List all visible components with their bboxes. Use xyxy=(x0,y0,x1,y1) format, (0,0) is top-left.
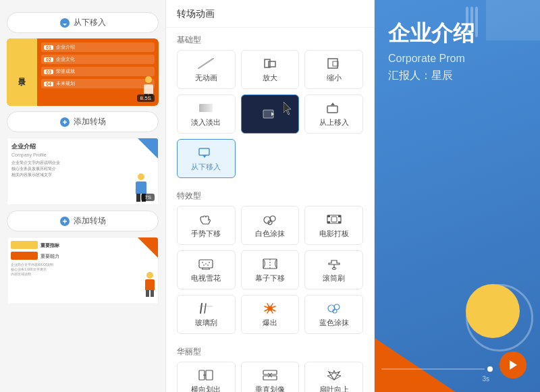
transition-horizontal-label: 横向划出 xyxy=(191,385,221,393)
svg-point-28 xyxy=(207,264,209,266)
svg-rect-15 xyxy=(327,215,330,217)
middle-panel: 转场动画 基础型 无动画 放大 xyxy=(165,0,375,392)
svg-rect-29 xyxy=(263,259,277,269)
diagonal-line-icon xyxy=(196,57,215,70)
transition-fan[interactable]: 扇叶向上 xyxy=(304,362,363,392)
blue-paint-icon xyxy=(325,302,344,315)
special-transitions-grid: 手势下移 白色涂抹 xyxy=(166,206,374,339)
transition-tv-snow-label: 电视雪花 xyxy=(191,273,221,283)
transition-none[interactable]: 无动画 xyxy=(177,50,236,89)
slide3-desc: 企业简介文字内容说明企业核心业务及发展历程简介相关内容展示区域文字 xyxy=(11,160,120,178)
svg-point-25 xyxy=(205,263,207,264)
hand-icon xyxy=(196,213,215,226)
slide2-duration: 8.5S xyxy=(137,94,155,102)
svg-rect-10 xyxy=(199,148,209,155)
preview-author: 汇报人：星辰 xyxy=(388,69,526,83)
transition-active[interactable] xyxy=(241,94,300,134)
svg-point-26 xyxy=(209,262,210,263)
slide3-duration: 7S xyxy=(141,194,155,201)
svg-rect-38 xyxy=(206,370,213,380)
svg-rect-16 xyxy=(327,221,330,223)
timeline-label: 3s xyxy=(482,375,489,383)
bottom-left-triangle xyxy=(375,338,456,392)
section-basic-label: 基础型 xyxy=(166,28,374,50)
tv-icon xyxy=(196,257,215,271)
svg-rect-39 xyxy=(263,370,277,374)
transition-from-down-label: 从下移入 xyxy=(191,162,221,172)
transition-none-label: 无动画 xyxy=(195,73,217,83)
section-special-label: 特效型 xyxy=(166,184,374,206)
slide-card-4[interactable]: 重要指标 重要能力 企业简介文字内容XXXX说明核心业务1,000文字展示内容区… xyxy=(7,237,159,304)
slide-card-2[interactable]: 目录 01企业介绍 02企业文化 03荣誉成就 04未来规划 xyxy=(7,38,159,106)
transition-gesture[interactable]: 手势下移 xyxy=(177,206,236,245)
svg-point-27 xyxy=(203,264,205,266)
transition-from-up[interactable]: 从上移入 xyxy=(304,94,363,134)
section-gorgeous-label: 华丽型 xyxy=(166,339,374,362)
svg-rect-7 xyxy=(199,104,213,112)
transition-glass-label: 玻璃刮 xyxy=(195,318,217,328)
glass-wipe-icon xyxy=(196,302,215,315)
move-down-button-1[interactable]: 从下移入 xyxy=(7,12,159,33)
transition-white-paint[interactable]: 白色涂抹 xyxy=(241,206,300,245)
curtain-icon xyxy=(261,257,279,271)
move-down-label: 从下移入 xyxy=(74,17,106,28)
slide3-title: 企业介绍 xyxy=(11,142,120,151)
add-transition-button-1[interactable]: 添加转场 xyxy=(7,111,159,132)
cursor-icon xyxy=(284,102,293,118)
gorgeous-transitions-grid: 横向划出 垂直划像 xyxy=(166,362,374,392)
fade-icon xyxy=(196,101,215,115)
transition-film-label: 电影打板 xyxy=(319,229,349,239)
arrow-right-in-icon xyxy=(261,107,279,121)
play-button[interactable] xyxy=(500,352,526,379)
zoom-out-icon xyxy=(325,57,344,70)
transition-explode[interactable]: 爆出 xyxy=(241,295,300,334)
slide-card-3[interactable]: 企业介绍 Company Profile 企业简介文字内容说明企业核心业务及发展… xyxy=(7,138,159,205)
transition-tv-snow[interactable]: 电视雪花 xyxy=(177,250,236,289)
circle-yellow-decoration xyxy=(466,284,520,338)
svg-rect-19 xyxy=(331,217,337,222)
transition-blue-paint-label: 蓝色涂抹 xyxy=(319,318,349,328)
svg-rect-17 xyxy=(338,215,341,217)
left-panel: ⭐ 企业介绍宣传模板 Corporate Promotional Templat… xyxy=(0,0,165,392)
horizontal-split-icon xyxy=(196,368,215,382)
transition-zoom-in-label: 放大 xyxy=(263,73,277,83)
transition-glass[interactable]: 玻璃刮 xyxy=(177,295,236,334)
transition-zoom-in[interactable]: 放大 xyxy=(241,50,300,89)
add-transition-label-2: 添加转场 xyxy=(74,215,106,227)
transition-vertical-mirror[interactable]: 垂直划像 xyxy=(241,362,300,392)
svg-rect-3 xyxy=(265,59,270,67)
svg-rect-18 xyxy=(338,221,341,223)
film-icon xyxy=(325,213,344,226)
paint-brush-icon xyxy=(261,213,279,226)
transition-explode-label: 爆出 xyxy=(263,318,277,328)
transition-roller[interactable]: 滚筒刷 xyxy=(304,250,363,289)
svg-rect-9 xyxy=(327,106,338,113)
zoom-in-icon xyxy=(261,57,279,70)
vertical-mirror-icon xyxy=(261,368,279,382)
svg-point-11 xyxy=(264,217,271,223)
top-right-block xyxy=(486,0,540,40)
transition-vertical-mirror-label: 垂直划像 xyxy=(255,385,285,393)
explode-icon xyxy=(261,302,279,315)
transition-fade[interactable]: 淡入淡出 xyxy=(177,94,236,134)
arrow-down-in-icon xyxy=(196,146,215,159)
transition-horizontal[interactable]: 横向划出 xyxy=(177,362,236,392)
transition-fan-label: 扇叶向上 xyxy=(319,385,349,393)
transition-blue-paint[interactable]: 蓝色涂抹 xyxy=(304,295,363,334)
transition-white-paint-label: 白色涂抹 xyxy=(255,229,285,239)
transition-curtain[interactable]: 幕子下移 xyxy=(241,250,300,289)
add-transition-button-2[interactable]: 添加转场 xyxy=(7,211,159,231)
transition-zoom-out-label: 缩小 xyxy=(327,73,342,83)
timeline xyxy=(381,366,493,372)
transition-zoom-out[interactable]: 缩小 xyxy=(304,50,363,89)
stripe-decoration xyxy=(466,7,486,40)
transition-roller-label: 滚筒刷 xyxy=(323,273,345,283)
basic-transitions-grid: 无动画 放大 缩小 xyxy=(166,50,374,184)
panel-header: 转场动画 xyxy=(166,0,374,28)
svg-rect-40 xyxy=(263,376,277,380)
transition-film[interactable]: 电影打板 xyxy=(304,206,363,245)
arrow-up-in-icon xyxy=(325,101,344,115)
transition-from-down[interactable]: 从下移入 xyxy=(177,139,236,178)
add-transition-label-1: 添加转场 xyxy=(74,116,106,128)
fan-icon xyxy=(325,368,344,382)
